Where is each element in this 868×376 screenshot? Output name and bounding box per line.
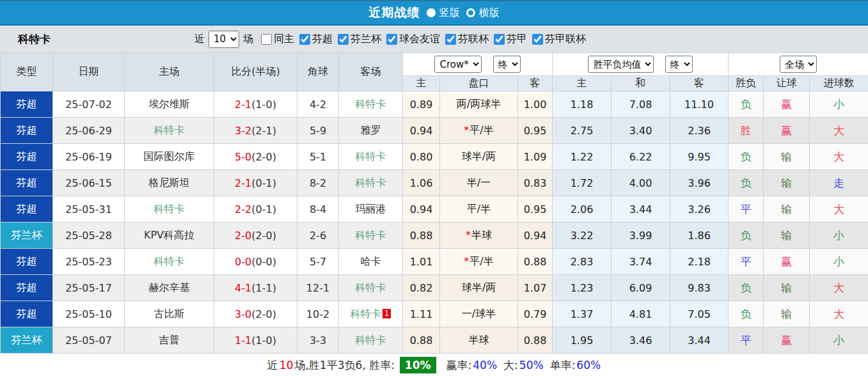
cell-league-type: 芬超 [1, 144, 53, 170]
cell-avg-away: 11.10 [670, 91, 729, 118]
cell-avg-draw: 4.81 [612, 301, 670, 327]
league-checkbox-4[interactable] [494, 34, 505, 45]
match-rows: 芬超25-07-02埃尔维斯2-1(1-0)4-2科特卡0.89两/两球半1.0… [1, 91, 868, 354]
scope-select-group: 全场 [729, 53, 868, 76]
cell-date: 25-05-31 [53, 196, 125, 223]
half-score: (2-0) [251, 151, 276, 163]
match-row: 芬超25-05-10古比斯3-0(2-0)10-2科特卡11.11一/球半0.7… [1, 301, 868, 327]
cell-handicap: 一/球半 [440, 301, 518, 327]
vertical-radio-label[interactable]: 竖版 [439, 6, 460, 20]
cell-date: 25-05-17 [53, 275, 125, 301]
cell-date: 25-06-15 [53, 170, 125, 196]
star-mark: * [464, 255, 469, 267]
subcol-avg-home: 主 [553, 76, 612, 91]
cell-result-wdl: 平 [729, 249, 764, 275]
league-checkbox-5[interactable] [532, 34, 543, 45]
same-venue-label: 同主 [274, 33, 294, 46]
subcol-result-handicap: 让球 [764, 76, 810, 91]
cell-result-wdl: 负 [729, 144, 764, 170]
layout-vertical-option[interactable]: 竖版 [427, 6, 460, 20]
cell-home-team: 科特卡 [125, 196, 214, 223]
league-checkbox-1[interactable] [338, 34, 349, 45]
cell-avg-home: 2.06 [553, 196, 612, 223]
cell-away-team: 科特卡 [339, 170, 403, 196]
cell-odds-away: 0.95 [518, 118, 553, 144]
avg-type-select[interactable]: 胜平负均值 [588, 56, 654, 73]
full-score: 3-2 [235, 125, 251, 137]
subcol-result-wdl: 胜负 [729, 76, 764, 91]
horizontal-radio-icon[interactable] [466, 8, 475, 17]
cell-result-goals: 大 [810, 144, 868, 170]
half-score: (2-0) [251, 230, 276, 242]
odds-time-select[interactable]: 终 [493, 56, 521, 73]
cell-corner: 2-6 [297, 223, 339, 249]
cell-corner: 8-2 [297, 170, 339, 196]
horizontal-radio-label[interactable]: 横版 [479, 6, 500, 20]
match-row: 芬兰杯25-05-07吉普1-1(1-0)3-3科特卡0.88半球0.881.9… [1, 327, 868, 354]
cell-result-goals: 小 [810, 91, 868, 118]
cell-home-team: 埃尔维斯 [125, 91, 214, 118]
cell-league-type: 芬超 [1, 275, 53, 301]
big-rate-label: 大: [503, 358, 518, 373]
cell-result-handicap: 输 [764, 196, 810, 223]
cell-result-handicap: 输 [764, 223, 810, 249]
cell-avg-away: 2.36 [670, 118, 729, 144]
half-score: (0-1) [251, 177, 276, 189]
summary-bar: 近10场,胜1平3负6, 胜率: 10% 赢率:40% 大:50% 单率:60% [0, 354, 868, 376]
cell-corner: 5-7 [297, 249, 339, 275]
cell-home-team: 科特卡 [125, 249, 214, 275]
cell-league-type: 芬超 [1, 170, 53, 196]
same-venue-checkbox[interactable] [261, 34, 272, 45]
cell-result-handicap: 赢 [764, 118, 810, 144]
star-mark: * [464, 124, 469, 136]
cell-league-type: 芬超 [1, 196, 53, 223]
cell-handicap: 半球 [440, 327, 518, 354]
cell-avg-home: 2.75 [553, 118, 612, 144]
league-label-2: 球会友谊 [399, 33, 440, 46]
col-header-type: 类型 [1, 53, 53, 91]
cell-home-team: 吉普 [125, 327, 214, 354]
league-checkbox-3[interactable] [445, 34, 456, 45]
cell-away-team: 哈卡 [339, 249, 403, 275]
cell-odds-home: 1.06 [403, 170, 440, 196]
cell-avg-draw: 6.22 [612, 144, 670, 170]
cell-result-wdl: 胜 [729, 118, 764, 144]
cell-result-wdl: 负 [729, 275, 764, 301]
scope-select[interactable]: 全场 [780, 56, 817, 73]
win-rate-badge: 10% [400, 357, 436, 373]
cell-avg-draw: 7.08 [612, 91, 670, 118]
half-score: (0-1) [251, 203, 276, 215]
cell-avg-draw: 3.40 [612, 118, 670, 144]
match-row: 芬兰杯25-05-28KPV科高拉2-0(2-0)2-6科特卡0.88*半球0.… [1, 223, 868, 249]
cell-result-handicap: 赢 [764, 91, 810, 118]
cell-handicap: 球半/两 [440, 144, 518, 170]
cell-avg-away: 3.44 [670, 327, 729, 354]
cell-result-handicap: 输 [764, 144, 810, 170]
layout-horizontal-option[interactable]: 横版 [466, 6, 500, 20]
vertical-radio-icon[interactable] [427, 8, 436, 17]
recent-count-select[interactable]: 10 [209, 31, 239, 48]
cell-avg-draw: 6.09 [612, 275, 670, 301]
cell-handicap: 半/一 [440, 170, 518, 196]
cell-avg-home: 3.22 [553, 223, 612, 249]
half-score: (1-0) [251, 334, 276, 347]
cell-corner: 4-2 [297, 91, 339, 118]
cell-home-team: 科特卡 [125, 118, 214, 144]
league-checkbox-2[interactable] [386, 34, 397, 45]
avg-time-select[interactable]: 终 [665, 56, 693, 73]
cell-date: 25-07-02 [53, 91, 125, 118]
league-checkbox-0[interactable] [299, 34, 310, 45]
cell-avg-away: 2.18 [670, 249, 729, 275]
half-score: (1-1) [251, 282, 276, 294]
odds-company-select[interactable]: Crow* [434, 56, 482, 73]
cell-odds-away: 0.94 [518, 223, 553, 249]
cell-odds-home: 0.94 [403, 118, 440, 144]
match-row: 芬超25-07-02埃尔维斯2-1(1-0)4-2科特卡0.89两/两球半1.0… [1, 91, 868, 118]
col-header-score: 比分(半场) [214, 53, 297, 91]
match-row: 芬超25-06-15格尼斯坦2-1(0-1)8-2科特卡1.06半/一0.831… [1, 170, 868, 196]
cell-away-team: 科特卡1 [339, 301, 403, 327]
cell-odds-away: 1.07 [518, 275, 553, 301]
cell-league-type: 芬超 [1, 118, 53, 144]
cell-corner: 3-3 [297, 327, 339, 354]
cell-odds-home: 1.11 [403, 301, 440, 327]
